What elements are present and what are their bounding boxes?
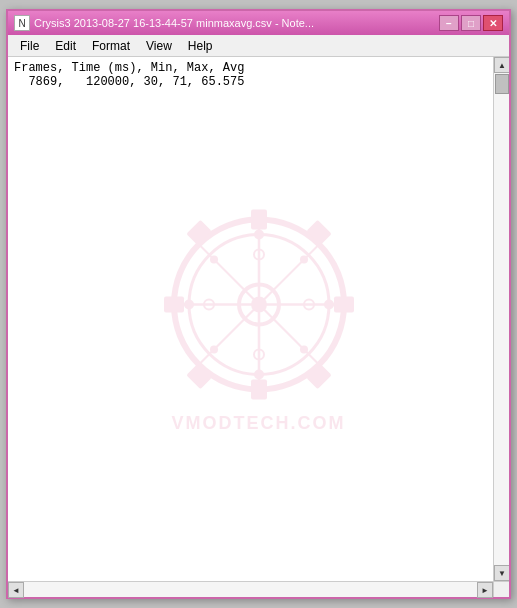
- minimize-button[interactable]: −: [439, 15, 459, 31]
- content-area: Frames, Time (ms), Min, Max, Avg 7869, 1…: [8, 57, 509, 581]
- horizontal-scrollbar[interactable]: ◄ ►: [8, 581, 493, 597]
- scrollbar-corner: [493, 581, 509, 597]
- close-button[interactable]: ✕: [483, 15, 503, 31]
- menu-edit[interactable]: Edit: [47, 37, 84, 55]
- menu-help[interactable]: Help: [180, 37, 221, 55]
- scroll-track-h[interactable]: [24, 582, 477, 597]
- vertical-scrollbar[interactable]: ▲ ▼: [493, 57, 509, 581]
- title-buttons: − □ ✕: [439, 15, 503, 31]
- window-title: Crysis3 2013-08-27 16-13-44-57 minmaxavg…: [34, 17, 439, 29]
- maximize-button[interactable]: □: [461, 15, 481, 31]
- bottom-row: ◄ ►: [8, 581, 509, 597]
- app-icon: N: [14, 15, 30, 31]
- scroll-right-button[interactable]: ►: [477, 582, 493, 598]
- scroll-track-v[interactable]: [494, 73, 509, 565]
- menu-format[interactable]: Format: [84, 37, 138, 55]
- scroll-down-button[interactable]: ▼: [494, 565, 509, 581]
- menu-bar: File Edit Format View Help: [8, 35, 509, 57]
- scroll-left-button[interactable]: ◄: [8, 582, 24, 598]
- scroll-up-button[interactable]: ▲: [494, 57, 509, 73]
- title-bar: N Crysis3 2013-08-27 16-13-44-57 minmaxa…: [8, 11, 509, 35]
- menu-file[interactable]: File: [12, 37, 47, 55]
- csv-data: 7869, 120000, 30, 71, 65.575: [14, 75, 244, 89]
- csv-header: Frames, Time (ms), Min, Max, Avg: [14, 61, 244, 75]
- text-editor[interactable]: Frames, Time (ms), Min, Max, Avg 7869, 1…: [8, 57, 493, 581]
- notepad-window: N Crysis3 2013-08-27 16-13-44-57 minmaxa…: [6, 9, 511, 599]
- scroll-thumb-v[interactable]: [495, 74, 509, 94]
- menu-view[interactable]: View: [138, 37, 180, 55]
